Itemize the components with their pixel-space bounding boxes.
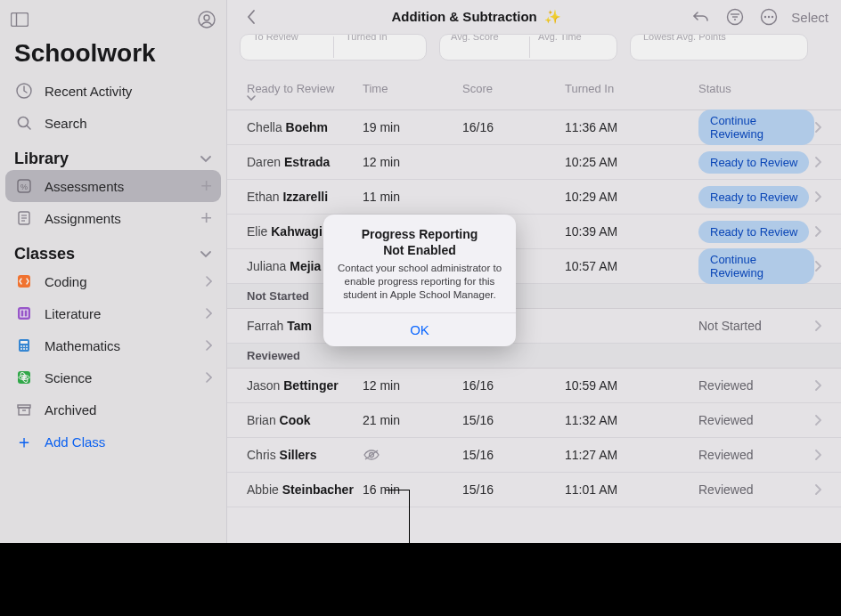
modal-ok-button[interactable]: OK xyxy=(323,312,516,346)
status-cell: Ready to Review xyxy=(698,151,814,174)
table-header-turned[interactable]: Turned In xyxy=(565,82,698,102)
summary-card-lowest[interactable]: Lowest Avg. Points xyxy=(630,34,808,61)
table-row[interactable]: Chella Boehm19 min16/1611:36 AMContinue … xyxy=(227,110,841,145)
modal-message: Contact your school administrator to ena… xyxy=(336,262,503,302)
sidebar-section-library[interactable]: Library xyxy=(0,139,226,170)
sidebar-item-archived[interactable]: Archived xyxy=(0,393,226,426)
table-row[interactable]: Ethan Izzarelli11 min10:29 AMReady to Re… xyxy=(227,180,841,215)
status-pill[interactable]: Continue Reviewing xyxy=(698,248,814,284)
status-text: Not Started xyxy=(698,319,762,333)
status-cell: Reviewed xyxy=(698,378,814,393)
sidebar-item-recent-activity[interactable]: Recent Activity xyxy=(0,75,226,107)
status-pill[interactable]: Ready to Review xyxy=(698,186,809,208)
modal-title: Progress Reporting Not Enabled xyxy=(336,227,503,258)
student-name: Jason Bettinger xyxy=(247,378,363,393)
table-row[interactable]: Jason Bettinger12 min16/1610:59 AMReview… xyxy=(227,369,841,403)
table-section-reviewed: Jason Bettinger12 min16/1610:59 AMReview… xyxy=(227,369,841,507)
table-row[interactable]: Farrah TamNot Started xyxy=(227,309,841,344)
sidebar-item-literature[interactable]: Literature xyxy=(0,297,226,329)
undo-button[interactable] xyxy=(690,5,713,28)
assignments-icon xyxy=(14,210,34,226)
status-text: Reviewed xyxy=(698,378,753,393)
filter-button[interactable] xyxy=(723,5,747,28)
status-text: Reviewed xyxy=(698,413,753,427)
sidebar-item-science[interactable]: Science xyxy=(0,361,226,393)
sidebar-toggle-icon[interactable] xyxy=(11,12,29,27)
app-title: Schoolwork xyxy=(0,34,226,75)
back-button[interactable] xyxy=(240,5,263,28)
summary-card-averages[interactable]: Avg. Score Avg. Time xyxy=(439,34,617,61)
svg-point-37 xyxy=(772,16,773,18)
svg-point-35 xyxy=(764,16,766,18)
summary-card-review[interactable]: To Review Turned In xyxy=(240,34,427,61)
turned-in-cell: 10:39 AM xyxy=(565,224,698,239)
annotation-line xyxy=(386,490,409,490)
sidebar-item-label: Mathematics xyxy=(45,338,120,353)
svg-point-36 xyxy=(768,16,770,18)
status-pill[interactable]: Ready to Review xyxy=(698,221,809,243)
add-assignment-icon[interactable]: + xyxy=(200,207,212,230)
time-cell xyxy=(363,449,462,461)
table-header-time[interactable]: Time xyxy=(363,82,462,102)
table-header-ready[interactable]: Ready to Review xyxy=(247,82,363,102)
status-pill[interactable]: Continue Reviewing xyxy=(698,109,814,145)
plus-icon: ＋ xyxy=(14,430,34,454)
header-label: Ready to Review xyxy=(247,82,334,95)
sparkle-icon: ✨ xyxy=(544,9,561,24)
table-row[interactable]: Brian Cook21 min15/1611:32 AMReviewed xyxy=(227,403,841,438)
turned-in-cell: 11:32 AM xyxy=(565,413,698,427)
sidebar-item-assessments[interactable]: % Assessments + xyxy=(5,170,221,202)
assessments-icon: % xyxy=(14,178,34,194)
select-button[interactable]: Select xyxy=(791,10,829,25)
chevron-right-icon xyxy=(814,320,821,331)
turned-in-cell: 11:27 AM xyxy=(565,448,698,462)
svg-point-3 xyxy=(204,15,209,20)
turned-in-cell: 10:25 AM xyxy=(565,155,698,169)
score-cell: 15/16 xyxy=(462,482,565,497)
sidebar-item-label: Add Class xyxy=(45,434,105,450)
status-cell: Not Started xyxy=(698,319,814,333)
table-row[interactable]: Chris Sillers15/1611:27 AMReviewed xyxy=(227,438,841,473)
modal-progress-reporting: Progress Reporting Not Enabled Contact y… xyxy=(323,215,516,346)
score-cell: 15/16 xyxy=(462,413,565,427)
turned-in-cell: 11:36 AM xyxy=(565,120,698,134)
student-name: Daren Estrada xyxy=(247,155,363,169)
sidebar-item-assignments[interactable]: Assignments + xyxy=(0,202,226,234)
sidebar-item-label: Literature xyxy=(45,306,101,321)
card-label: Turned In xyxy=(346,34,388,42)
card-label: To Review xyxy=(253,34,298,42)
table-header-status[interactable]: Status xyxy=(698,82,821,102)
chevron-right-icon xyxy=(814,157,821,167)
chevron-down-icon xyxy=(200,155,212,164)
sidebar-item-search[interactable]: Search xyxy=(0,107,226,139)
table-row[interactable]: Abbie Steinbacher16 min15/1611:01 AMRevi… xyxy=(227,473,841,507)
status-cell: Continue Reviewing xyxy=(698,248,814,284)
add-assessment-icon[interactable]: + xyxy=(200,174,212,198)
svg-text:%: % xyxy=(20,182,28,191)
svg-rect-28 xyxy=(19,408,29,415)
time-cell: 21 min xyxy=(363,413,462,427)
section-label: Library xyxy=(14,150,69,168)
sidebar-section-classes[interactable]: Classes xyxy=(0,234,226,265)
table-headers: Ready to Review Time Score Turned In Sta… xyxy=(227,61,841,110)
account-icon[interactable] xyxy=(198,11,216,28)
card-label: Lowest Avg. Points xyxy=(643,34,726,42)
sidebar-add-class[interactable]: ＋ Add Class xyxy=(0,426,226,458)
status-pill[interactable]: Ready to Review xyxy=(698,151,809,174)
chevron-right-icon xyxy=(814,484,821,495)
table-header-score[interactable]: Score xyxy=(462,82,565,102)
more-button[interactable] xyxy=(757,5,780,28)
svg-point-22 xyxy=(26,348,28,350)
sidebar-item-mathematics[interactable]: Mathematics xyxy=(0,329,226,361)
status-cell: Reviewed xyxy=(698,482,814,497)
chevron-right-icon xyxy=(205,308,212,319)
svg-point-21 xyxy=(23,348,25,350)
sidebar-item-coding[interactable]: Coding xyxy=(0,265,226,297)
chevron-right-icon xyxy=(814,122,821,133)
table-row[interactable]: Juliana Mejia10:57 AMContinue Reviewing xyxy=(227,249,841,284)
sidebar-item-label: Science xyxy=(45,370,92,385)
table-row[interactable]: Daren Estrada12 min10:25 AMReady to Revi… xyxy=(227,145,841,180)
sidebar-item-label: Archived xyxy=(45,402,96,417)
table-row[interactable]: Elie Kahwagi10:39 AMReady to Review xyxy=(227,215,841,249)
time-cell: 11 min xyxy=(363,190,462,204)
